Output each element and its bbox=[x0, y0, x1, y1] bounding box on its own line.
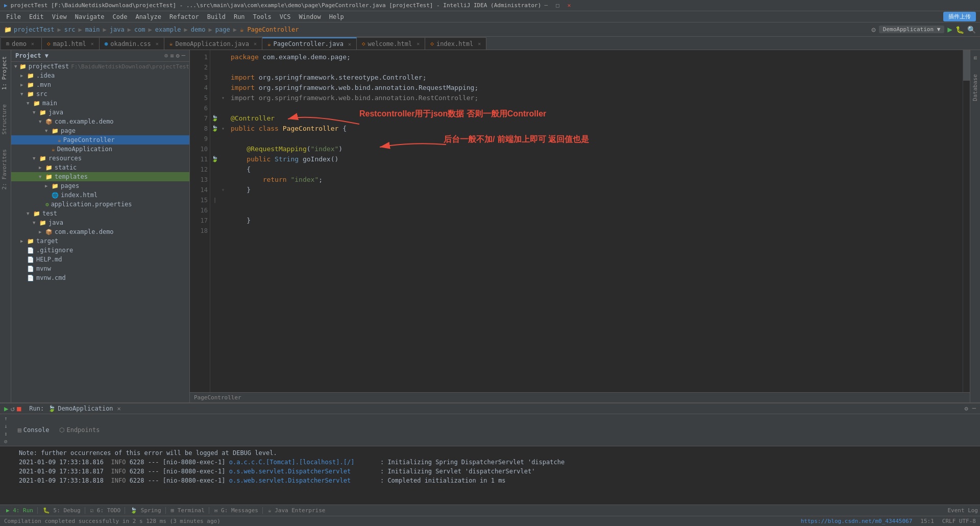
menu-vcs[interactable]: VCS bbox=[276, 11, 295, 22]
tree-item-test[interactable]: ▼ 📁 test bbox=[11, 209, 189, 218]
tree-item-src[interactable]: ▼ 📁 src bbox=[11, 89, 189, 99]
breadcrumb-example[interactable]: example bbox=[155, 26, 181, 33]
tree-item-page[interactable]: ▼ 📁 page bbox=[11, 126, 189, 135]
tree-item-mvnw-cmd[interactable]: 📄 mvnw.cmd bbox=[11, 273, 189, 282]
scroll-down-icon[interactable]: ↓ bbox=[4, 423, 8, 429]
tree-item-java[interactable]: ▼ 📁 java bbox=[11, 108, 189, 117]
debug-button[interactable]: 🐛 bbox=[955, 26, 964, 34]
menu-window[interactable]: Window bbox=[295, 11, 325, 22]
messages-tab-status[interactable]: ✉ G: Messages bbox=[210, 507, 263, 514]
toolbar-icon-1[interactable]: ⚙ bbox=[871, 26, 875, 34]
run-config-dropdown[interactable]: DemoApplication ▼ bbox=[879, 26, 945, 33]
editor-scrollbar[interactable] bbox=[963, 50, 970, 392]
tree-item-test-com-example-demo[interactable]: ▶ 📦 com.example.demo bbox=[11, 227, 189, 236]
breadcrumb-page[interactable]: page bbox=[215, 26, 230, 33]
spring-tab-status[interactable]: 🍃 Spring bbox=[126, 507, 165, 514]
tab-index-close[interactable]: ✕ bbox=[478, 41, 481, 46]
maximize-button[interactable]: □ bbox=[556, 2, 559, 9]
minimize-button[interactable]: ─ bbox=[544, 2, 548, 9]
breadcrumb-com[interactable]: com bbox=[134, 26, 145, 33]
tree-item-pagecontroller[interactable]: ☕ PageController bbox=[11, 135, 189, 145]
run-minimize-icon[interactable]: ─ bbox=[972, 405, 976, 412]
run-settings-icon[interactable]: ⚙ bbox=[965, 405, 968, 412]
tree-item-com-example-demo[interactable]: ▼ 📦 com.example.demo bbox=[11, 117, 189, 126]
tree-item-application-properties[interactable]: ⚙ application.properties bbox=[11, 200, 189, 209]
tree-item-pages[interactable]: ▶ 📁 pages bbox=[11, 181, 189, 190]
close-button[interactable]: ✕ bbox=[568, 2, 571, 9]
tab-demoapplication-close[interactable]: ✕ bbox=[254, 41, 257, 46]
run-stop-button[interactable]: ■ bbox=[17, 404, 21, 413]
tree-item-gitignore[interactable]: 📄 .gitignore bbox=[11, 246, 189, 255]
tab-pagecontroller[interactable]: ☕ PageController.java ✕ bbox=[262, 37, 357, 50]
tab-demo[interactable]: m demo ✕ bbox=[1, 37, 42, 50]
run-restart-button[interactable]: ↺ bbox=[10, 404, 14, 413]
tab-demoapplication[interactable]: ☕ DemoApplication.java ✕ bbox=[164, 37, 262, 50]
tab-okadmin-close[interactable]: ✕ bbox=[156, 41, 159, 46]
right-panel-tab-data[interactable]: Database bbox=[971, 72, 979, 103]
tree-item-index-html[interactable]: 🌐 index.html bbox=[11, 190, 189, 200]
menu-refactor[interactable]: Refactor bbox=[165, 11, 203, 22]
left-panel-label[interactable]: 1: Project Structure 2: Favorites bbox=[0, 50, 11, 402]
tab-welcome[interactable]: ◇ welcome.html ✕ bbox=[357, 37, 425, 50]
close-panel-icon[interactable]: ─ bbox=[182, 52, 185, 59]
menu-view[interactable]: View bbox=[48, 11, 71, 22]
tree-item-templates[interactable]: ▼ 📁 templates bbox=[11, 172, 189, 181]
menu-edit[interactable]: Edit bbox=[25, 11, 48, 22]
tab-map1-close[interactable]: ✕ bbox=[91, 41, 94, 46]
settings-icon[interactable]: ⚙ bbox=[176, 52, 180, 59]
tree-item-target[interactable]: ▶ 📁 target bbox=[11, 236, 189, 246]
menu-build[interactable]: Build bbox=[203, 11, 230, 22]
tab-map1[interactable]: ◇ map1.html ✕ bbox=[42, 37, 100, 50]
tab-okadmin[interactable]: ● okadmin.css ✕ bbox=[100, 37, 164, 50]
tree-item-test-java[interactable]: ▼ 📁 java bbox=[11, 218, 189, 227]
tab-demo-close[interactable]: ✕ bbox=[31, 41, 34, 46]
menu-tools[interactable]: Tools bbox=[249, 11, 276, 22]
locate-file-icon[interactable]: ⊙ bbox=[164, 52, 168, 59]
right-panel-tab-m[interactable]: m bbox=[971, 54, 979, 62]
favorites-panel-tab[interactable]: 2: Favorites bbox=[0, 147, 9, 192]
breadcrumb-project[interactable]: projectTest bbox=[14, 26, 54, 33]
scroll-clear-icon[interactable]: ⊘ bbox=[4, 438, 8, 445]
collapse-all-icon[interactable]: ≡ bbox=[170, 52, 174, 59]
menu-help[interactable]: Help bbox=[325, 11, 348, 22]
tree-item-help-md[interactable]: 📄 HELP.md bbox=[11, 255, 189, 264]
url-link[interactable]: https://blog.csdn.net/m0_43445067 bbox=[801, 518, 913, 524]
upload-button[interactable]: 插件上传 bbox=[943, 12, 976, 21]
tree-item-static[interactable]: ▶ 📁 static bbox=[11, 163, 189, 172]
tree-item-resources[interactable]: ▼ 📁 resources bbox=[11, 154, 189, 163]
tree-item-idea[interactable]: ▶ 📁 .idea bbox=[11, 71, 189, 80]
tab-pagecontroller-close[interactable]: ✕ bbox=[348, 41, 351, 47]
run-close-icon[interactable]: ✕ bbox=[117, 405, 121, 412]
run-tab-status[interactable]: ▶ 4: Run bbox=[2, 507, 38, 514]
breadcrumb-java[interactable]: java bbox=[110, 26, 125, 33]
menu-file[interactable]: File bbox=[2, 11, 25, 22]
scroll-up-icon[interactable]: ↑ bbox=[4, 415, 8, 422]
project-panel-tab[interactable]: 1: Project bbox=[0, 54, 9, 92]
debug-tab-status[interactable]: 🐛 5: Debug bbox=[39, 507, 85, 514]
run-button[interactable]: ▶ bbox=[947, 25, 952, 34]
tree-item-demoapplication[interactable]: ☕ DemoApplication bbox=[11, 145, 189, 154]
todo-tab-status[interactable]: ☑ 6: TODO bbox=[86, 507, 126, 514]
scroll-wrap-icon[interactable]: ↕ bbox=[4, 431, 8, 437]
tab-welcome-close[interactable]: ✕ bbox=[416, 41, 420, 46]
menu-code[interactable]: Code bbox=[109, 11, 132, 22]
tree-item-mvnw[interactable]: 📄 mvnw bbox=[11, 264, 189, 273]
menu-analyze[interactable]: Analyze bbox=[131, 11, 165, 22]
event-log-tab[interactable]: Event Log bbox=[947, 507, 978, 514]
breadcrumb-src[interactable]: src bbox=[64, 26, 76, 33]
console-tab[interactable]: ▤ Console bbox=[14, 425, 54, 435]
tree-item-projecttest[interactable]: ▼ 📁 projectTest F:\BaiduNetdiskDownload\… bbox=[11, 62, 189, 71]
run-play-button[interactable]: ▶ bbox=[4, 404, 8, 413]
structure-panel-tab[interactable]: Structure bbox=[0, 102, 9, 137]
breadcrumb-demo[interactable]: demo bbox=[191, 26, 206, 33]
endpoints-tab[interactable]: ⬡ Endpoints bbox=[55, 425, 104, 435]
breadcrumb-main[interactable]: main bbox=[85, 26, 100, 33]
menu-run[interactable]: Run bbox=[230, 11, 249, 22]
terminal-tab-status[interactable]: ⊞ Terminal bbox=[167, 507, 209, 514]
java-enterprise-tab-status[interactable]: ☕ Java Enterprise bbox=[264, 507, 330, 514]
tree-item-mvn[interactable]: ▶ 📁 .mvn bbox=[11, 80, 189, 89]
menu-navigate[interactable]: Navigate bbox=[71, 11, 109, 22]
code-lines[interactable]: package com.example.demo.page; import or… bbox=[227, 50, 963, 392]
search-button[interactable]: 🔍 bbox=[967, 26, 976, 34]
tab-index[interactable]: ◇ index.html ✕ bbox=[425, 37, 486, 50]
